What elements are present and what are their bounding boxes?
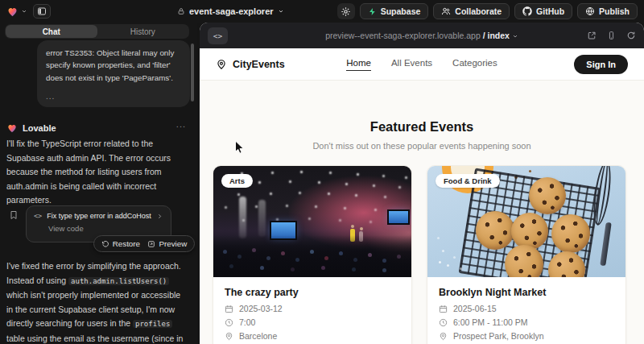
event-date-row: 2025-03-12 xyxy=(225,304,400,313)
photo-decoration xyxy=(217,169,219,172)
nav-home[interactable]: Home xyxy=(346,58,371,71)
gear-icon xyxy=(341,6,351,17)
restore-icon xyxy=(101,240,109,248)
event-time-row: 6:00 PM - 11:00 PM xyxy=(439,317,614,327)
photo-decoration xyxy=(505,245,543,277)
calendar-icon xyxy=(225,305,233,313)
github-icon xyxy=(522,6,532,16)
restore-button[interactable]: Restore xyxy=(101,239,140,248)
featured-events-title: Featured Events xyxy=(200,119,644,135)
supabase-button[interactable]: Supabase xyxy=(360,3,429,19)
open-in-new-tab-button[interactable] xyxy=(587,31,597,40)
publish-button[interactable]: Publish xyxy=(577,3,638,19)
chat-history-tabs: Chat History xyxy=(5,24,189,39)
site-brand[interactable]: CityEvents xyxy=(216,59,285,70)
event-card-body: The crazy party 2025-03-12 xyxy=(213,277,411,344)
site-brand-name: CityEvents xyxy=(233,59,285,70)
event-date: 2025-06-15 xyxy=(453,304,497,313)
message-options-button[interactable]: ... xyxy=(176,119,186,129)
preview-label: Preview xyxy=(159,239,187,248)
nav-categories[interactable]: Categories xyxy=(452,58,497,71)
supabase-label: Supabase xyxy=(381,6,421,16)
event-time: 7:00 xyxy=(239,317,255,327)
tab-chat[interactable]: Chat xyxy=(6,25,97,38)
people-icon xyxy=(441,6,451,16)
photo-decoration xyxy=(511,213,548,250)
view-code-link[interactable]: View code xyxy=(48,224,163,233)
category-badge: Arts xyxy=(221,174,253,188)
clock-icon xyxy=(439,318,448,327)
result-text-3: table using the email as the username (s… xyxy=(6,334,183,344)
tab-history[interactable]: History xyxy=(97,25,189,38)
project-switcher[interactable]: event-saga-explorer xyxy=(177,0,284,23)
event-time-row: 7:00 xyxy=(225,317,400,327)
location-pin-icon xyxy=(216,59,227,70)
location-pin-icon xyxy=(225,332,233,341)
event-title: Brooklyn Night Market xyxy=(439,287,614,298)
lovable-logo-menu[interactable] xyxy=(6,6,27,18)
preview-url[interactable]: preview--event-saga-explorer.lovable.app… xyxy=(200,31,644,40)
tool-call-title: Fix type type error in addCoHost xyxy=(47,212,151,220)
refresh-button[interactable] xyxy=(626,31,636,40)
lovable-app-window: event-saga-explorer Supabase xyxy=(0,0,644,344)
category-badge: Food & Drink xyxy=(436,174,500,188)
photo-decoration xyxy=(239,197,246,238)
chat-sidebar: Chat History error TS2353: Object litera… xyxy=(0,23,197,344)
nav-all-events[interactable]: All Events xyxy=(391,58,432,71)
event-card-crazy-party[interactable]: Arts The crazy party 2025-03-12 xyxy=(213,165,412,344)
chevron-down-icon xyxy=(512,31,518,40)
settings-button[interactable] xyxy=(337,3,355,19)
collaborate-button[interactable]: Collaborate xyxy=(433,3,510,19)
device-toggle-button[interactable] xyxy=(607,31,616,40)
code-view-toggle-button[interactable]: <> xyxy=(208,27,228,44)
featured-events-subtitle: Don't miss out on these popular events h… xyxy=(200,141,644,151)
assistant-intro-message: I'll fix the TypeScript error related to… xyxy=(6,137,186,208)
url-host: preview--event-saga-explorer.lovable.app xyxy=(325,31,481,40)
event-card-body: Brooklyn Night Market 2025-06-15 xyxy=(427,277,625,344)
photo-decoration xyxy=(592,166,619,277)
event-date: 2025-03-12 xyxy=(239,304,283,313)
github-label: GitHub xyxy=(536,6,564,16)
photo-decoration xyxy=(529,170,531,172)
lovable-heart-icon xyxy=(6,6,19,18)
event-card-brooklyn-market[interactable]: Food & Drink Brooklyn Night Market 2025-… xyxy=(427,165,626,344)
location-pin-icon xyxy=(439,332,448,341)
preview-panel: <> preview--event-saga-explorer.lovable.… xyxy=(200,23,644,344)
globe-icon xyxy=(585,6,595,16)
lovable-heart-icon xyxy=(6,122,18,134)
assistant-name: Lovable xyxy=(23,123,56,133)
photo-decoration xyxy=(213,235,411,277)
photo-decoration xyxy=(600,222,611,266)
preview-icon xyxy=(147,240,155,248)
sidebar-toggle-button[interactable] xyxy=(33,4,51,19)
preview-site: CityEvents Home All Events Categories Si… xyxy=(200,48,644,344)
lock-icon xyxy=(177,7,185,15)
photo-decoration xyxy=(213,166,217,170)
preview-button[interactable]: Preview xyxy=(147,239,187,248)
topbar: event-saga-explorer Supabase xyxy=(0,0,644,23)
panel-icon xyxy=(37,6,47,16)
sidebar-scrollbar-thumb[interactable] xyxy=(191,44,194,102)
event-location: Prospect Park, Brooklyn xyxy=(453,331,544,341)
event-image-conference: Arts xyxy=(213,166,411,277)
github-button[interactable]: GitHub xyxy=(514,3,572,19)
url-path: / index xyxy=(483,31,510,40)
photo-decoration xyxy=(529,177,566,214)
chevron-right-icon xyxy=(156,213,163,220)
photo-decoration xyxy=(551,214,590,253)
chevron-down-icon xyxy=(278,8,284,15)
bookmark-icon[interactable] xyxy=(9,210,19,220)
photo-decoration xyxy=(476,211,514,250)
event-date-row: 2025-06-15 xyxy=(439,304,614,313)
sign-in-button[interactable]: Sign In xyxy=(574,55,628,74)
inline-code-profiles: profiles xyxy=(133,320,172,328)
chevron-down-icon xyxy=(21,8,27,15)
supabase-bolt-icon xyxy=(368,7,377,16)
clock-icon xyxy=(225,318,233,327)
event-image-cookies: Food & Drink xyxy=(427,166,625,277)
restore-label: Restore xyxy=(113,239,140,248)
user-message-text: error TS2353: Object literal may only sp… xyxy=(46,47,181,84)
version-actions: Restore Preview xyxy=(93,235,195,252)
event-title: The crazy party xyxy=(225,287,400,298)
event-location-row: Prospect Park, Brooklyn xyxy=(439,331,614,341)
